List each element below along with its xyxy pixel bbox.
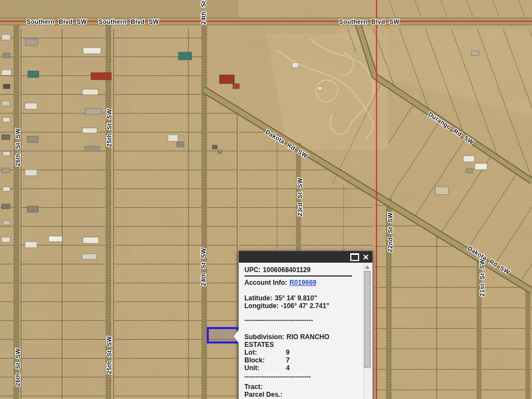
- longitude-label: Longitude:: [244, 302, 279, 310]
- upc-value: 1006068401129: [263, 266, 310, 274]
- lot-label: Lot:: [244, 349, 286, 356]
- street-label: Southern Blvd SW: [99, 18, 159, 25]
- account-info-link[interactable]: R019669: [289, 279, 316, 287]
- unit-line: Unit:4: [244, 364, 352, 372]
- street-label: 21st St SW: [479, 259, 485, 296]
- block-label: Block:: [244, 356, 286, 364]
- popup-scrollbar[interactable]: [364, 263, 371, 399]
- unit-value: 4: [286, 364, 290, 372]
- tract-label: Tract:: [244, 383, 263, 391]
- divider: [244, 275, 352, 277]
- street-label: 26th St SW: [14, 348, 21, 386]
- lot-value: 9: [286, 349, 290, 356]
- unit-label: Unit:: [244, 364, 286, 372]
- upc-label: UPC:: [244, 266, 260, 274]
- popup-pointer-arrow: [234, 329, 239, 344]
- selected-parcel-highlight[interactable]: [208, 328, 238, 342]
- upc-line: UPC:1006068401129: [244, 266, 352, 274]
- account-line: Account Info:R019669: [244, 279, 352, 287]
- street-label: 22nd St SW: [387, 212, 393, 252]
- parcel-details: UPC:1006068401129 Account Info:R019669 L…: [239, 263, 356, 398]
- dashed-separator: -------------------------------: [244, 316, 352, 324]
- latitude-line: Latitude:35° 14' 9.810": [244, 294, 352, 302]
- scrollbar-thumb[interactable]: [364, 271, 371, 368]
- street-label: 25th St SW: [106, 109, 112, 147]
- maximize-icon[interactable]: [350, 253, 359, 261]
- dashed-separator: ------------------------------: [244, 373, 352, 381]
- account-label: Account Info:: [244, 279, 287, 287]
- street-label: 25th St SW: [106, 336, 112, 374]
- block-line: Block:7: [244, 356, 352, 364]
- street-label: Southern Blvd SW: [27, 18, 87, 25]
- subdivision-line: Subdivision:RIO RANCHO ESTATES: [244, 333, 352, 349]
- scroll-up-arrow-icon[interactable]: [365, 265, 370, 269]
- block-value: 7: [286, 356, 290, 364]
- gis-parcel-viewer: Southern Blvd SW Southern Blvd SW Southe…: [0, 0, 532, 399]
- street-label: 24th St SW: [200, 248, 207, 286]
- latitude-value: 35° 14' 9.810": [275, 294, 318, 302]
- lot-line: Lot:9: [244, 349, 352, 356]
- parcel-info-popup: ✕ UPC:1006068401129 Account Info:R019669…: [238, 250, 373, 399]
- longitude-line: Longitude:-106° 47' 2.741": [244, 302, 352, 310]
- street-label: 24th St SW: [200, 0, 207, 24]
- street-label: 26th St SW: [14, 128, 21, 166]
- parcel-des-line: Parcel Des.:: [244, 391, 352, 398]
- longitude-value: -106° 47' 2.741": [281, 302, 329, 310]
- subdivision-label: Subdivision:: [244, 333, 284, 341]
- parcel-des-label: Parcel Des.:: [244, 391, 283, 398]
- street-label: 23rd St SW: [296, 178, 303, 216]
- tract-line: Tract:: [244, 383, 352, 391]
- close-icon[interactable]: ✕: [362, 253, 369, 261]
- popup-titlebar[interactable]: ✕: [239, 251, 372, 263]
- latitude-label: Latitude:: [244, 294, 273, 302]
- street-label: Southern Blvd SW: [339, 18, 400, 25]
- popup-body: UPC:1006068401129 Account Info:R019669 L…: [239, 263, 372, 399]
